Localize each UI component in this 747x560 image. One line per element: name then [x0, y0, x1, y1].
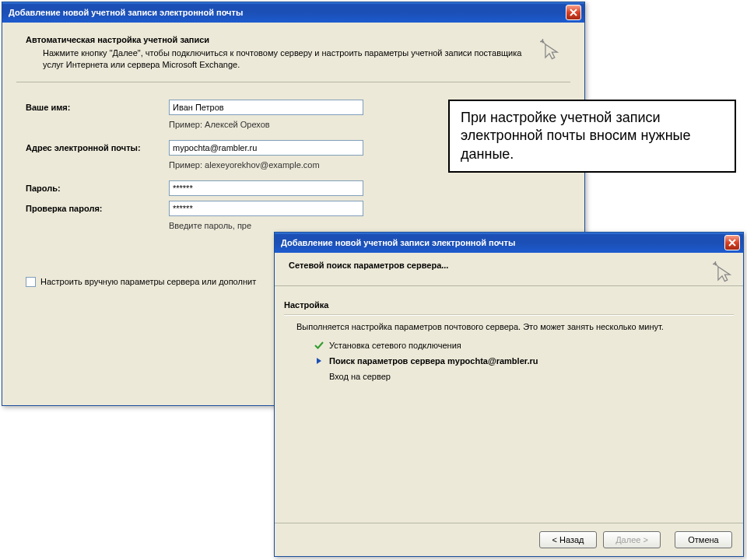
- password-label: Пароль:: [26, 184, 169, 193]
- wizard-description: Нажмите кнопку "Далее", чтобы подключить…: [43, 47, 524, 71]
- cursor-decor-icon: [709, 257, 735, 284]
- titlebar[interactable]: Добавление новой учетной записи электрон…: [275, 233, 743, 253]
- step-label: Установка сетевого подключения: [329, 341, 461, 350]
- step-label: Вход на сервер: [329, 372, 391, 381]
- password-hint: Введите пароль, пре: [169, 221, 561, 230]
- manual-config-label: Настроить вручную параметры сервера или …: [40, 277, 256, 286]
- wizard-header: Сетевой поиск параметров сервера...: [275, 253, 743, 286]
- step-list: Установка сетевого подключения Поиск пар…: [275, 339, 743, 383]
- step-row: Вход на сервер: [312, 370, 734, 383]
- window-body: Сетевой поиск параметров сервера... Наст…: [275, 253, 743, 383]
- titlebar[interactable]: Добавление новой учетной записи электрон…: [2, 2, 584, 23]
- next-button[interactable]: Далее >: [603, 531, 661, 548]
- back-button[interactable]: < Назад: [539, 531, 597, 548]
- email-input[interactable]: [169, 140, 363, 156]
- cursor-decor-icon: [536, 35, 563, 61]
- name-label: Ваше имя:: [26, 103, 169, 112]
- annotation-text: При настройке учетной записи электронной…: [461, 110, 691, 162]
- confirm-input[interactable]: [169, 201, 363, 216]
- wizard-title: Автоматическая настройка учетной записи: [26, 35, 524, 44]
- close-button[interactable]: [566, 5, 581, 20]
- section-title: Настройка: [275, 291, 743, 314]
- password-input[interactable]: [169, 180, 363, 196]
- confirm-label: Проверка пароля:: [26, 204, 169, 213]
- separator: [284, 314, 734, 316]
- step-label: Поиск параметров сервера mypochta@ramble…: [329, 356, 538, 366]
- progress-description: Выполняется настройка параметров почтово…: [275, 319, 743, 339]
- wizard-header: Автоматическая настройка учетной записи …: [16, 30, 570, 82]
- close-icon: [570, 9, 577, 16]
- cancel-button[interactable]: Отмена: [675, 531, 732, 548]
- close-button[interactable]: [724, 235, 740, 250]
- step-row: Поиск параметров сервера mypochta@ramble…: [312, 355, 734, 367]
- wizard-footer: < Назад Далее > Отмена: [275, 523, 743, 556]
- wizard-title: Сетевой поиск параметров сервера...: [289, 261, 696, 270]
- annotation-callout: При настройке учетной записи электронной…: [448, 100, 736, 173]
- window-title: Добавление новой учетной записи электрон…: [9, 8, 566, 17]
- arrow-right-icon: [312, 357, 326, 365]
- name-input[interactable]: [169, 100, 363, 115]
- step-row: Установка сетевого подключения: [312, 339, 734, 352]
- check-icon: [312, 341, 326, 350]
- close-icon: [728, 239, 736, 247]
- account-setup-window-2: Добавление новой учетной записи электрон…: [274, 232, 744, 557]
- email-label: Адрес электронной почты:: [26, 143, 169, 152]
- window-title: Добавление новой учетной записи электрон…: [281, 238, 724, 247]
- manual-config-checkbox[interactable]: [26, 277, 36, 287]
